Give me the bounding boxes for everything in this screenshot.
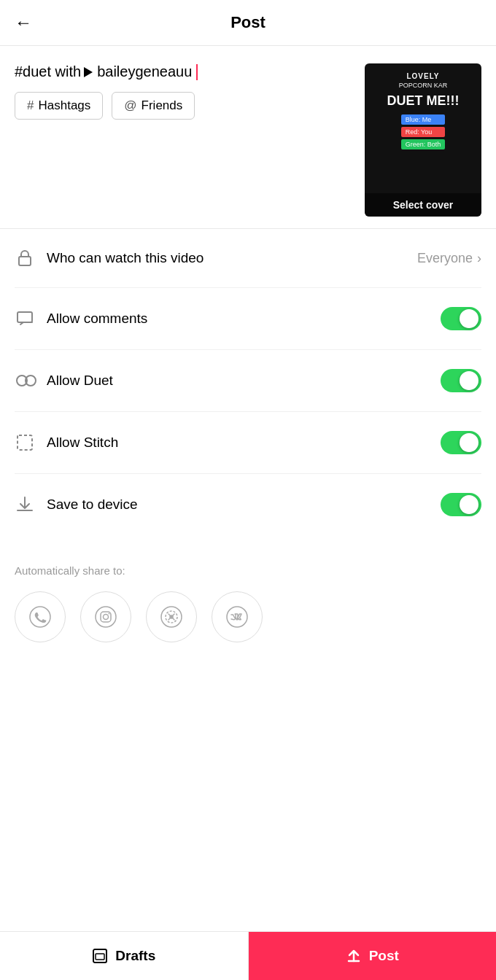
- thumb-tag-red: Red: You: [401, 127, 446, 137]
- post-button[interactable]: Post: [249, 932, 497, 980]
- hashtag-icon: #: [27, 98, 34, 113]
- bottom-bar: Drafts Post: [0, 931, 496, 980]
- whatsapp-button[interactable]: [15, 591, 66, 642]
- allow-comments-label: Allow comments: [47, 311, 441, 327]
- page-title: Post: [230, 13, 266, 32]
- toggle-thumb-4: [460, 495, 478, 514]
- thumb-tag-blue: Blue: Me: [401, 114, 446, 125]
- thumb-tags: Blue: Me Red: You Green: Both: [401, 114, 446, 149]
- svg-rect-4: [18, 435, 32, 450]
- duet-prefix: #duet with: [15, 63, 81, 80]
- allow-comments-toggle[interactable]: [441, 307, 481, 330]
- svg-point-9: [109, 613, 110, 615]
- toggle-thumb-3: [460, 433, 478, 452]
- svg-point-5: [30, 607, 50, 627]
- caption-left: #duet with baileygeneauu # Hashtags @ Fr…: [15, 63, 353, 217]
- download-icon: [15, 494, 47, 515]
- chevron-icon: ›: [477, 251, 481, 266]
- allow-stitch-toggle[interactable]: [441, 431, 481, 454]
- who-can-watch-value: Everyone: [417, 251, 473, 266]
- share-section: Automatically share to:: [0, 535, 496, 660]
- caption-area: #duet with baileygeneauu # Hashtags @ Fr…: [0, 46, 496, 228]
- save-to-device-toggle[interactable]: [441, 493, 481, 516]
- hashtags-label: Hashtags: [38, 98, 90, 113]
- select-cover-button[interactable]: Select cover: [365, 193, 481, 217]
- drafts-button[interactable]: Drafts: [0, 932, 249, 980]
- save-to-device-label: Save to device: [47, 497, 441, 513]
- tag-buttons: # Hashtags @ Friends: [15, 92, 353, 120]
- caption-text[interactable]: #duet with baileygeneauu: [15, 63, 353, 80]
- settings-section: Who can watch this video Everyone › Allo…: [0, 229, 496, 535]
- share-icons: [15, 591, 481, 642]
- thumb-tag-green: Green: Both: [401, 139, 446, 149]
- friends-label: Friends: [142, 98, 183, 113]
- svg-rect-1: [18, 312, 32, 322]
- drafts-label: Drafts: [115, 948, 155, 964]
- drafts-icon: [92, 948, 108, 964]
- stitch-icon: [15, 432, 47, 453]
- who-can-watch-right: Everyone ›: [417, 251, 481, 266]
- post-label: Post: [369, 948, 399, 964]
- video-thumbnail[interactable]: LOVELY POPCORN KAR DUET ME!!! Blue: Me R…: [365, 63, 481, 217]
- vk-button[interactable]: [212, 591, 263, 642]
- allow-duet-row[interactable]: Allow Duet: [15, 350, 481, 412]
- thumb-duet: DUET ME!!!: [387, 93, 460, 109]
- thumb-lovely: LOVELY: [406, 72, 439, 80]
- allow-stitch-row[interactable]: Allow Stitch: [15, 412, 481, 474]
- caption-username: baileygeneauu: [97, 63, 192, 80]
- back-button[interactable]: ←: [15, 12, 32, 33]
- thumb-popcorn: POPCORN KAR: [399, 82, 448, 89]
- svg-rect-15: [96, 954, 104, 960]
- tiktok-now-button[interactable]: [146, 591, 197, 642]
- svg-rect-0: [19, 257, 31, 265]
- save-to-device-row[interactable]: Save to device: [15, 474, 481, 535]
- who-can-watch-label: Who can watch this video: [47, 250, 417, 266]
- allow-duet-label: Allow Duet: [47, 373, 441, 389]
- duet-icon: [15, 370, 47, 391]
- lock-icon: [15, 248, 47, 268]
- toggle-thumb-2: [460, 371, 478, 390]
- allow-comments-row[interactable]: Allow comments: [15, 288, 481, 350]
- svg-point-6: [96, 607, 116, 627]
- who-can-watch-row[interactable]: Who can watch this video Everyone ›: [15, 229, 481, 288]
- allow-duet-toggle[interactable]: [441, 369, 481, 392]
- allow-stitch-label: Allow Stitch: [47, 435, 441, 451]
- toggle-thumb: [460, 309, 478, 328]
- friends-button[interactable]: @ Friends: [112, 92, 195, 120]
- post-icon: [346, 948, 362, 964]
- header: ← Post: [0, 0, 496, 46]
- share-label: Automatically share to:: [15, 564, 481, 577]
- comment-icon: [15, 308, 47, 329]
- svg-point-13: [227, 607, 247, 627]
- play-icon: [84, 67, 93, 77]
- svg-point-8: [104, 615, 109, 620]
- at-icon: @: [124, 98, 136, 113]
- hashtags-button[interactable]: # Hashtags: [15, 92, 103, 120]
- spacer: [0, 660, 496, 733]
- instagram-button[interactable]: [80, 591, 131, 642]
- cursor-bar: [196, 64, 198, 80]
